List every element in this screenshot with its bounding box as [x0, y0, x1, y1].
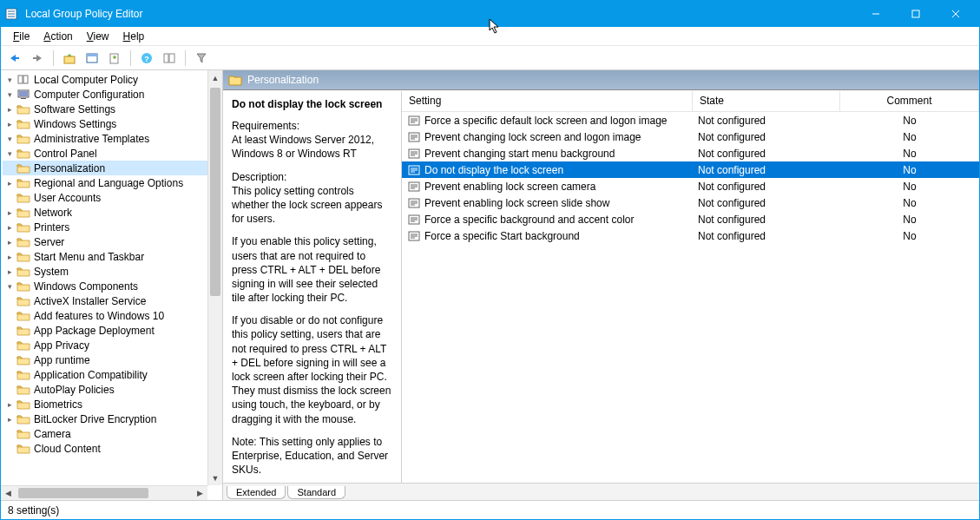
scroll-thumb[interactable]	[210, 88, 220, 296]
tree-item[interactable]: ▸System	[3, 264, 220, 279]
back-button[interactable]	[4, 49, 25, 68]
tree-item[interactable]: ▾Computer Configuration	[3, 87, 220, 102]
setting-comment: No	[840, 115, 979, 127]
policy-icon	[407, 213, 421, 227]
chevron-right-icon[interactable]: ▸	[4, 119, 15, 129]
folder-icon	[16, 413, 30, 425]
tree-label: Administrative Templates	[34, 133, 149, 145]
tree-item[interactable]: Camera	[3, 426, 220, 441]
tree-item[interactable]: Personalization	[3, 161, 220, 175]
filter-button[interactable]	[191, 49, 212, 68]
tree-label: Control Panel	[34, 148, 97, 160]
list-row[interactable]: Prevent changing lock screen and logon i…	[402, 128, 979, 145]
refresh-button[interactable]	[104, 49, 125, 68]
chevron-right-icon[interactable]: ▸	[4, 237, 15, 247]
computer-icon	[16, 89, 30, 100]
folder-icon	[16, 221, 30, 233]
column-setting[interactable]: Setting	[402, 91, 693, 111]
tree-item[interactable]: User Accounts	[3, 190, 220, 205]
tree-item[interactable]: ▸Start Menu and Taskbar	[3, 249, 220, 264]
chevron-right-icon[interactable]: ▸	[4, 252, 15, 262]
setting-name: Do not display the lock screen	[424, 164, 563, 176]
path-header: Personalization	[223, 70, 979, 90]
chevron-down-icon[interactable]: ▾	[4, 148, 15, 159]
view-button[interactable]	[159, 49, 180, 68]
tab-extended[interactable]: Extended	[227, 486, 286, 499]
tree-item[interactable]: ActiveX Installer Service	[3, 293, 220, 308]
help-button[interactable]: ?	[136, 49, 157, 68]
minimize-button[interactable]	[856, 1, 896, 27]
folder-icon	[16, 162, 30, 174]
tree-item[interactable]: ▸Regional and Language Options	[3, 175, 220, 190]
policy-icon	[407, 147, 421, 161]
tree-item[interactable]: ▸BitLocker Drive Encryption	[3, 411, 220, 426]
chevron-right-icon[interactable]: ▸	[4, 414, 15, 425]
tab-standard[interactable]: Standard	[287, 486, 345, 499]
chevron-right-icon[interactable]: ▸	[4, 399, 15, 410]
tree-scroll[interactable]: ▾Local Computer Policy▾Computer Configur…	[1, 70, 222, 500]
list-row[interactable]: Prevent enabling lock screen slide showN…	[402, 194, 979, 211]
menu-view[interactable]: View	[80, 29, 116, 44]
chevron-down-icon[interactable]: ▾	[4, 134, 15, 144]
tree-item[interactable]: ▾Windows Components	[3, 279, 220, 293]
list-row[interactable]: Prevent enabling lock screen cameraNot c…	[402, 178, 979, 194]
tree-item[interactable]: AutoPlay Policies	[3, 382, 220, 397]
column-state[interactable]: State	[693, 91, 840, 111]
scroll-left-icon[interactable]: ◀	[1, 486, 16, 500]
tree-item[interactable]: ▸Printers	[3, 220, 220, 234]
folder-icon	[16, 236, 30, 247]
tree-vertical-scrollbar[interactable]: ▲ ▼	[207, 70, 222, 485]
list-rows[interactable]: Force a specific default lock screen and…	[402, 112, 979, 483]
chevron-down-icon[interactable]: ▾	[4, 281, 15, 292]
close-button[interactable]	[936, 1, 976, 27]
properties-button[interactable]	[82, 49, 102, 68]
tree-item[interactable]: ▾Administrative Templates	[3, 131, 220, 146]
chevron-down-icon[interactable]: ▾	[4, 89, 15, 100]
tree-item[interactable]: ▸Software Settings	[3, 102, 220, 116]
list-row[interactable]: Force a specific default lock screen and…	[402, 112, 979, 128]
menu-file[interactable]: File	[6, 29, 36, 44]
tree-item[interactable]: Application Compatibility	[3, 367, 220, 382]
tabs-row: Extended Standard	[223, 483, 979, 500]
tree-label: Computer Configuration	[34, 89, 144, 101]
chevron-right-icon[interactable]: ▸	[4, 267, 15, 277]
forward-button[interactable]	[27, 49, 48, 68]
tree-horizontal-scrollbar[interactable]: ◀ ▶	[1, 485, 207, 500]
list-row[interactable]: Force a specific background and accent c…	[402, 211, 979, 227]
tree-item[interactable]: ▸Server	[3, 234, 220, 249]
tree-item[interactable]: ▸Windows Settings	[3, 116, 220, 131]
folder-icon	[16, 192, 30, 203]
column-comment[interactable]: Comment	[840, 91, 979, 111]
chevron-down-icon[interactable]: ▾	[4, 75, 15, 85]
up-button[interactable]	[59, 49, 80, 68]
list-row[interactable]: Do not display the lock screenNot config…	[402, 161, 979, 178]
svg-rect-17	[169, 54, 174, 63]
menu-action[interactable]: Action	[36, 29, 79, 44]
titlebar[interactable]: Local Group Policy Editor	[1, 1, 979, 27]
tree-item[interactable]: Add features to Windows 10	[3, 308, 220, 323]
scroll-right-icon[interactable]: ▶	[193, 486, 207, 500]
chevron-right-icon[interactable]: ▸	[4, 207, 15, 218]
tree-item[interactable]: App Privacy	[3, 338, 220, 352]
list-row[interactable]: Force a specific Start backgroundNot con…	[402, 227, 979, 244]
folder-icon	[16, 443, 30, 454]
tree-item[interactable]: ▾Control Panel	[3, 146, 220, 161]
tree-item[interactable]: Cloud Content	[3, 441, 220, 456]
chevron-right-icon[interactable]: ▸	[4, 178, 15, 188]
scroll-thumb[interactable]	[18, 488, 148, 498]
description-pane: Do not display the lock screen Requireme…	[223, 91, 402, 483]
list-row[interactable]: Prevent changing start menu backgroundNo…	[402, 145, 979, 161]
tree-root[interactable]: ▾Local Computer Policy	[3, 72, 220, 87]
chevron-right-icon[interactable]: ▸	[4, 222, 15, 233]
scroll-up-icon[interactable]: ▲	[208, 70, 222, 85]
menu-help[interactable]: Help	[116, 29, 152, 44]
tree-item[interactable]: ▸Network	[3, 205, 220, 220]
tree-item[interactable]: App runtime	[3, 352, 220, 367]
tree-item[interactable]: App Package Deployment	[3, 323, 220, 338]
scroll-down-icon[interactable]: ▼	[208, 471, 222, 485]
tree-label: Windows Settings	[34, 118, 116, 130]
maximize-button[interactable]	[896, 1, 936, 27]
setting-comment: No	[840, 230, 979, 242]
tree-item[interactable]: ▸Biometrics	[3, 397, 220, 411]
chevron-right-icon[interactable]: ▸	[4, 104, 15, 115]
